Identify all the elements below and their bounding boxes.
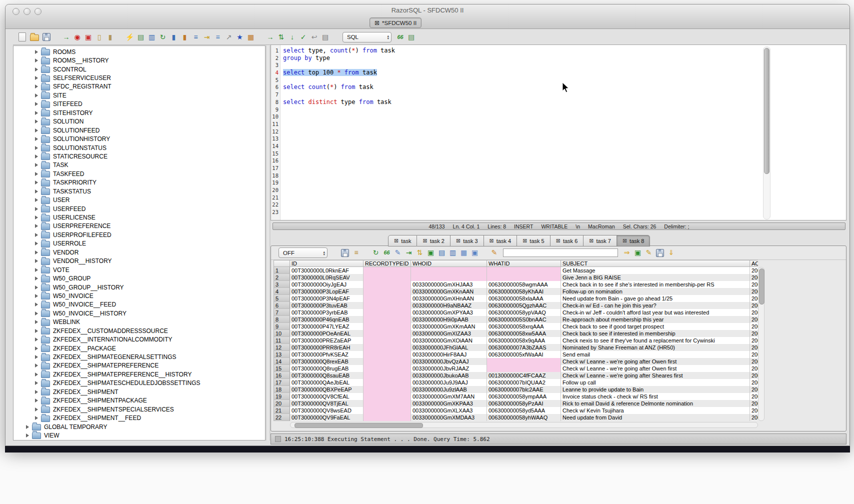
row-number-cell[interactable]: 7 <box>274 309 290 316</box>
tree-item[interactable]: ROOMS__HISTORY <box>14 56 265 64</box>
disclosure-triangle-icon[interactable] <box>35 302 38 306</box>
row-number-cell[interactable]: 20 <box>274 400 290 407</box>
result-tab[interactable]: ⊠task 5 <box>517 235 550 246</box>
table-cell[interactable] <box>364 372 411 379</box>
search-next-icon[interactable]: ⇒ <box>622 248 632 258</box>
table-cell[interactable]: 200 <box>750 379 758 386</box>
table-cell[interactable]: 0033000000H9i0pAAB <box>411 316 487 323</box>
results-grid-icon[interactable]: ▤ <box>406 32 416 42</box>
comment-icon[interactable]: ↗ <box>224 32 234 42</box>
disclosure-triangle-icon[interactable] <box>35 172 38 176</box>
table-cell[interactable]: 200 <box>750 400 758 407</box>
table-cell[interactable] <box>364 288 411 295</box>
tree-item[interactable]: SOLUTIONFEED <box>14 126 265 134</box>
open-file-icon[interactable] <box>30 34 39 41</box>
table-cell[interactable] <box>364 365 411 372</box>
grid-vscroll-thumb[interactable] <box>759 268 764 304</box>
disclosure-triangle-icon[interactable] <box>35 190 38 194</box>
grid-vertical-scrollbar[interactable] <box>758 267 764 421</box>
table-cell[interactable] <box>411 267 487 274</box>
row-number-cell[interactable]: 17 <box>274 379 290 386</box>
disclosure-triangle-icon[interactable] <box>35 102 38 106</box>
copy-table-icon[interactable]: ▣ <box>426 248 436 258</box>
row-number-cell[interactable]: 11 <box>274 337 290 344</box>
table-cell[interactable]: 200 <box>750 351 758 358</box>
fetch-icon[interactable]: ↓ <box>288 32 297 42</box>
table-cell[interactable] <box>364 393 411 400</box>
close-tab-icon[interactable]: ⊠ <box>374 20 380 26</box>
table-cell[interactable] <box>364 337 411 344</box>
close-tab-icon[interactable]: ⊠ <box>589 238 594 244</box>
row-number-cell[interactable]: 6 <box>274 302 290 309</box>
table-cell[interactable]: Check back to see if good target prospec… <box>561 323 750 330</box>
tree-item[interactable]: WEBLINK <box>14 318 265 326</box>
tree-item[interactable]: USERPREFERENCE <box>14 222 265 230</box>
table-cell[interactable]: Send email <box>561 351 750 358</box>
rollback-icon[interactable]: ↩ <box>310 32 319 42</box>
table-cell[interactable] <box>487 267 561 274</box>
table-cell[interactable] <box>411 274 487 281</box>
tree-item[interactable]: ZKFEDEX__SHIPMATEGENERALSETTINGS <box>14 352 265 361</box>
table-cell[interactable]: Nominated by Shane Freeman at ANZ (HR50) <box>561 344 750 351</box>
table-cell[interactable]: Need update from David <box>561 414 750 421</box>
table-cell[interactable] <box>364 407 411 414</box>
close-tab-icon[interactable]: ⊠ <box>456 238 460 244</box>
row-number-cell[interactable]: 13 <box>274 351 290 358</box>
table-cell[interactable]: 00630000007blc2AAE <box>487 386 561 393</box>
table-cell[interactable]: Check w/ Leanne - we're going after Owen… <box>561 365 750 372</box>
table-cell[interactable]: 006300000058yPzAAI <box>487 400 561 407</box>
title-bar[interactable]: RazorSQL - SFDCW50 II ⊠ *SFDCW50 II <box>6 4 850 29</box>
tree-item[interactable]: SOLUTIONHISTORY <box>14 134 265 143</box>
close-tab-icon[interactable]: ⊠ <box>522 238 527 244</box>
disclosure-triangle-icon[interactable] <box>35 207 38 211</box>
table-cell[interactable] <box>364 351 411 358</box>
tree-item[interactable]: USERLICENSE <box>14 213 265 222</box>
table-cell[interactable]: 200 <box>750 295 758 302</box>
table-cell[interactable]: 00T3000000P3N4pEAF <box>290 295 364 302</box>
tree-item[interactable]: ZKFEDEX__SHIPMENT__FEED <box>14 414 265 422</box>
table-cell[interactable]: 0033000000Ju9zlAAB <box>411 386 487 393</box>
table-cell[interactable]: 200 <box>750 316 758 323</box>
table-cell[interactable] <box>364 267 411 274</box>
table-cell[interactable]: 0033000000GmXKPAA3 <box>411 400 487 407</box>
table-cell[interactable] <box>487 274 561 281</box>
row-number-cell[interactable]: 16 <box>274 372 290 379</box>
result-tab[interactable]: ⊠task 4 <box>484 235 518 246</box>
result-tab[interactable]: ⊠task 7 <box>584 235 617 246</box>
disclosure-triangle-icon[interactable] <box>35 372 38 376</box>
table-cell[interactable] <box>364 316 411 323</box>
tree-item[interactable]: ZKFEDEX__CUSTOMADDRESSSOURCE <box>14 326 265 335</box>
disclosure-triangle-icon[interactable] <box>35 68 38 72</box>
table-cell[interactable]: 0033000000GmXM7AAN <box>411 393 487 400</box>
table-cell[interactable]: 00T3000000QAeJbEAL <box>290 379 364 386</box>
tree-item[interactable]: SITEHISTORY <box>14 108 265 117</box>
table-cell[interactable]: Get Massage <box>561 267 750 274</box>
table-cell[interactable]: 00630000005xfWaAAI <box>487 351 561 358</box>
disclosure-triangle-icon[interactable] <box>35 329 38 333</box>
columns-icon[interactable]: ▥ <box>448 248 458 258</box>
table-cell[interactable]: 00T3000000L0RknEAF <box>290 267 364 274</box>
table-cell[interactable]: 200 <box>750 309 758 316</box>
table-cell[interactable]: Check w/ Kevin Tsujihara <box>561 407 750 414</box>
table-cell[interactable] <box>364 309 411 316</box>
disclosure-triangle-icon[interactable] <box>35 111 38 115</box>
history-icon[interactable]: ▤ <box>320 32 330 42</box>
table-cell[interactable]: 0013000000C4fFCAAZ <box>487 372 561 379</box>
disclosure-triangle-icon[interactable] <box>35 216 38 220</box>
indent-icon[interactable]: ⇥ <box>202 32 212 42</box>
table-cell[interactable]: 00T3000000Q8sauEAB <box>290 372 364 379</box>
new-file-icon[interactable] <box>18 32 26 42</box>
disclosure-triangle-icon[interactable] <box>26 434 29 438</box>
tree-item[interactable]: GLOBAL TEMPORARY <box>14 422 265 431</box>
table-cell[interactable]: 0033000000GmXIZAA3 <box>411 330 487 337</box>
table-cell[interactable]: Re-approach about membership this year <box>561 316 750 323</box>
sql-editor[interactable]: 1234567891011121314151617181920212223 se… <box>270 44 846 220</box>
table-favorite-icon[interactable]: ▦ <box>246 32 256 42</box>
table-cell[interactable]: Need update from Bain - gave go ahead 1/… <box>561 295 750 302</box>
download-icon[interactable]: ⇓ <box>666 248 676 258</box>
disclosure-triangle-icon[interactable] <box>35 128 38 132</box>
tree-item[interactable]: ROOMS <box>14 48 265 56</box>
table-cell[interactable]: Rick to email David & reference Delmonte… <box>561 400 750 407</box>
sql-mode-dropdown[interactable]: SQL▴▾ <box>342 32 392 42</box>
table-cell[interactable]: 006300000058x9qAAA <box>487 337 561 344</box>
